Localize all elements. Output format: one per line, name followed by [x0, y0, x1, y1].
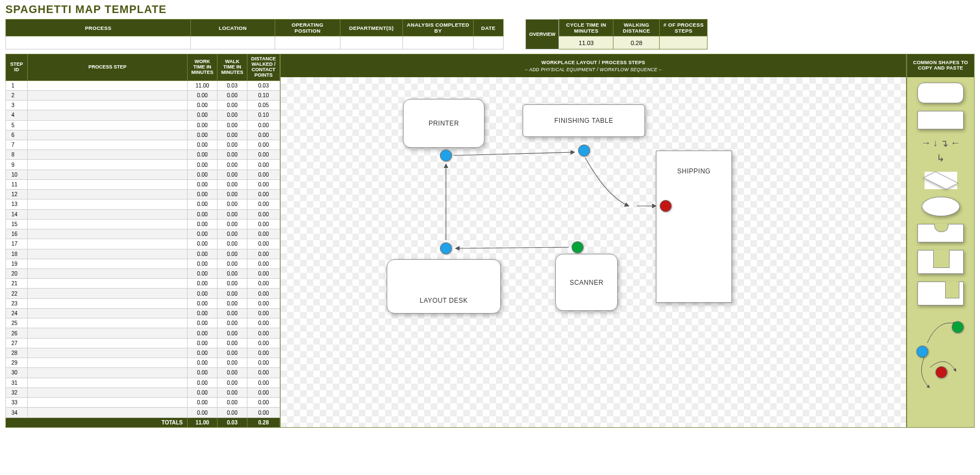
cell-work[interactable]: 0.00 [188, 298, 218, 308]
cell-work[interactable]: 0.00 [188, 408, 218, 418]
input-process[interactable] [6, 36, 191, 49]
cell-process[interactable] [27, 90, 187, 100]
cell-id[interactable]: 28 [6, 348, 28, 358]
cell-work[interactable]: 0.00 [188, 130, 218, 140]
cell-walk[interactable]: 0.00 [218, 308, 247, 318]
cell-walk[interactable]: 0.00 [218, 289, 247, 298]
shape-dots-group[interactable] [914, 313, 968, 395]
cell-walk[interactable]: 0.00 [218, 130, 247, 140]
cell-id[interactable]: 8 [6, 150, 28, 160]
cell-work[interactable]: 0.00 [188, 120, 218, 130]
cell-id[interactable]: 20 [6, 269, 28, 279]
cell-work[interactable]: 0.00 [188, 358, 218, 368]
cell-dist[interactable]: 0.00 [247, 239, 280, 249]
cell-process[interactable] [27, 378, 187, 388]
cell-id[interactable]: 9 [6, 160, 28, 170]
input-date[interactable] [474, 36, 504, 49]
cell-process[interactable] [27, 219, 187, 229]
shape-rounded-rect[interactable] [917, 83, 964, 103]
cell-id[interactable]: 2 [6, 90, 28, 100]
cell-id[interactable]: 13 [6, 199, 28, 209]
cell-process[interactable] [27, 110, 187, 120]
cell-work[interactable]: 0.00 [188, 378, 218, 388]
cell-id[interactable]: 25 [6, 318, 28, 328]
cell-id[interactable]: 22 [6, 289, 28, 298]
cell-walk[interactable]: 0.00 [218, 179, 247, 189]
cell-dist[interactable]: 0.00 [247, 190, 280, 199]
cell-id[interactable]: 5 [6, 120, 28, 130]
cell-work[interactable]: 0.00 [188, 249, 218, 259]
input-dept[interactable] [340, 36, 403, 49]
cell-walk[interactable]: 0.00 [218, 150, 247, 160]
cell-process[interactable] [27, 179, 187, 189]
cell-dist[interactable]: 0.00 [247, 199, 280, 209]
palette-dot-red[interactable] [935, 366, 947, 378]
cell-id[interactable]: 11 [6, 179, 28, 189]
cell-work[interactable]: 11.00 [188, 80, 218, 90]
cell-work[interactable]: 0.00 [188, 209, 218, 219]
cell-id[interactable]: 31 [6, 378, 28, 388]
palette-dot-green[interactable] [952, 321, 964, 333]
cell-walk[interactable]: 0.00 [218, 279, 247, 289]
cell-walk[interactable]: 0.00 [218, 298, 247, 308]
cell-work[interactable]: 0.00 [188, 199, 218, 209]
cell-walk[interactable]: 0.00 [218, 190, 247, 199]
shape-rect[interactable] [917, 111, 964, 129]
cell-walk[interactable]: 0.00 [218, 318, 247, 328]
cell-process[interactable] [27, 120, 187, 130]
cell-process[interactable] [27, 289, 187, 298]
cell-process[interactable] [27, 408, 187, 418]
cell-id[interactable]: 15 [6, 219, 28, 229]
cell-id[interactable]: 7 [6, 140, 28, 149]
cell-process[interactable] [27, 101, 187, 110]
cell-id[interactable]: 3 [6, 101, 28, 110]
cell-walk[interactable]: 0.00 [218, 110, 247, 120]
cell-work[interactable]: 0.00 [188, 190, 218, 199]
cell-id[interactable]: 30 [6, 368, 28, 378]
cell-work[interactable]: 0.00 [188, 338, 218, 348]
cell-walk[interactable]: 0.00 [218, 259, 247, 268]
cell-work[interactable]: 0.00 [188, 388, 218, 397]
cell-process[interactable] [27, 269, 187, 279]
cell-dist[interactable]: 0.05 [247, 101, 280, 110]
cell-process[interactable] [27, 229, 187, 239]
cell-work[interactable]: 0.00 [188, 308, 218, 318]
cell-id[interactable]: 19 [6, 259, 28, 268]
cell-dist[interactable]: 0.00 [247, 229, 280, 239]
cell-work[interactable]: 0.00 [188, 398, 218, 408]
cell-dist[interactable]: 0.00 [247, 130, 280, 140]
cell-walk[interactable]: 0.00 [218, 358, 247, 368]
cell-process[interactable] [27, 368, 187, 378]
cell-work[interactable]: 0.00 [188, 90, 218, 100]
input-analyst[interactable] [403, 36, 474, 49]
cell-work[interactable]: 0.00 [188, 279, 218, 289]
cell-id[interactable]: 23 [6, 298, 28, 308]
shape-rect-notch[interactable] [917, 224, 964, 242]
cell-dist[interactable]: 0.00 [247, 318, 280, 328]
cell-process[interactable] [27, 328, 187, 338]
cell-walk[interactable]: 0.03 [218, 80, 247, 90]
cell-dist[interactable]: 0.00 [247, 249, 280, 259]
cell-dist[interactable]: 0.10 [247, 90, 280, 100]
cell-dist[interactable]: 0.00 [247, 279, 280, 289]
cell-walk[interactable]: 0.00 [218, 170, 247, 179]
cell-dist[interactable]: 0.00 [247, 398, 280, 408]
cell-dist[interactable]: 0.00 [247, 140, 280, 149]
cell-work[interactable]: 0.00 [188, 179, 218, 189]
cell-work[interactable]: 0.00 [188, 239, 218, 249]
layout-canvas[interactable]: PRINTER FINISHING TABLE SHIPPING SCANNER… [281, 77, 906, 427]
cell-walk[interactable]: 0.00 [218, 408, 247, 418]
cell-work[interactable]: 0.00 [188, 328, 218, 338]
cell-dist[interactable]: 0.00 [247, 348, 280, 358]
cell-dist[interactable]: 0.03 [247, 80, 280, 90]
cell-process[interactable] [27, 348, 187, 358]
cell-id[interactable]: 16 [6, 229, 28, 239]
cell-process[interactable] [27, 388, 187, 397]
cell-dist[interactable]: 0.00 [247, 308, 280, 318]
input-location[interactable] [191, 36, 275, 49]
cell-walk[interactable]: 0.00 [218, 140, 247, 149]
cell-work[interactable]: 0.00 [188, 348, 218, 358]
cell-process[interactable] [27, 150, 187, 160]
cell-id[interactable]: 27 [6, 338, 28, 348]
cell-work[interactable]: 0.00 [188, 259, 218, 268]
